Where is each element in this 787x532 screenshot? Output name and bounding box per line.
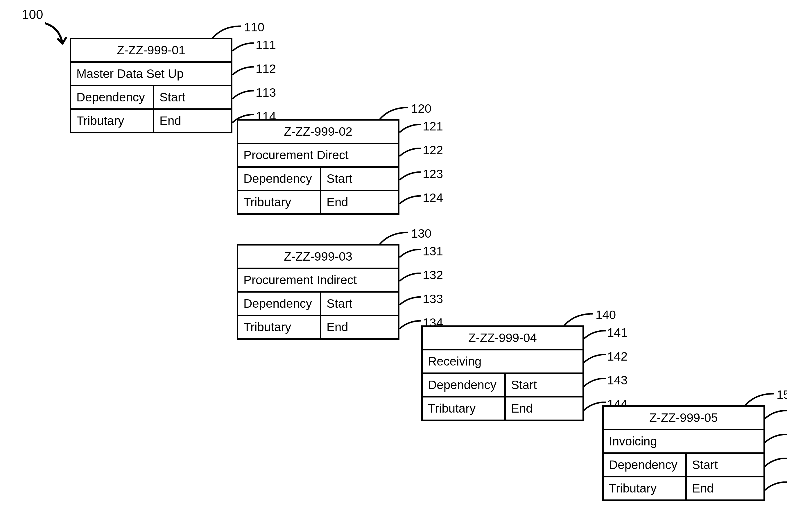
leader-154 [765,482,787,494]
leader-153 [765,457,787,470]
row-right-label: Start [154,86,231,108]
box-id: Z-ZZ-999-01 [71,39,231,61]
ref-label-133: 133 [423,292,443,306]
ref-label-141: 141 [607,326,628,340]
row-left-label: Dependency [238,293,321,315]
row-right-label: Start [321,168,398,190]
row-right-label: Start [321,293,398,315]
box-description: Master Data Set Up [71,63,231,85]
row-left-label: Tributary [238,191,321,213]
box-row: Procurement Indirect [238,268,398,291]
ref-label-130: 130 [411,227,431,240]
row-left-label: Dependency [423,374,506,396]
leader-112 [232,66,256,79]
leader-143 [584,378,607,390]
leader-152 [765,434,787,447]
box-row: Receiving [423,349,582,373]
ref-label-113: 113 [256,86,276,100]
ref-label-111: 111 [256,38,276,52]
box-row: Z-ZZ-999-02 [238,121,398,143]
ref-label-123: 123 [423,167,443,181]
box-row: TributaryEnd [238,315,398,338]
box-row: Z-ZZ-999-03 [238,246,398,268]
ref-label-121: 121 [423,120,443,133]
ref-label-140: 140 [596,308,616,322]
box-row: Master Data Set Up [71,61,231,85]
box-row: TributaryEnd [71,108,231,132]
process-box-150: Z-ZZ-999-05InvoicingDependencyStartTribu… [602,405,765,501]
box-id: Z-ZZ-999-05 [604,407,764,429]
row-right-label: Start [687,454,764,476]
row-left-label: Dependency [604,454,687,476]
ref-label-150: 150 [777,388,787,402]
box-row: TributaryEnd [604,476,764,499]
process-box-110: Z-ZZ-999-01Master Data Set UpDependencyS… [70,38,232,133]
row-right-label: Start [506,374,582,396]
leader-142 [584,354,607,367]
row-left-label: Tributary [423,398,506,420]
box-row: DependencyStart [238,166,398,190]
process-box-130: Z-ZZ-999-03Procurement IndirectDependenc… [237,244,400,340]
row-left-label: Tributary [238,316,321,338]
leader-124 [400,195,423,208]
row-right-label: End [506,398,582,420]
ref-label-132: 132 [423,268,443,282]
process-box-120: Z-ZZ-999-02Procurement DirectDependencyS… [237,119,400,215]
ref-label-120: 120 [411,102,431,115]
leader-133 [400,296,423,309]
row-right-label: End [154,110,231,132]
row-left-label: Dependency [238,168,321,190]
leader-141 [584,330,607,343]
row-left-label: Tributary [604,477,687,499]
leader-121 [400,124,423,136]
box-description: Procurement Indirect [238,269,398,291]
box-row: TributaryEnd [238,190,398,213]
leader-123 [400,171,423,184]
box-row: Invoicing [604,429,764,452]
row-right-label: End [687,477,764,499]
row-right-label: End [321,191,398,213]
leader-151 [765,410,787,423]
box-row: TributaryEnd [423,396,582,420]
ref-label-124: 124 [423,191,443,205]
diagram-canvas: 100 110111112113114Z-ZZ-999-01Master Dat… [0,0,787,532]
ref-label-131: 131 [423,244,443,258]
box-description: Receiving [423,350,582,373]
box-description: Invoicing [604,430,764,452]
row-left-label: Tributary [71,110,154,132]
box-description: Procurement Direct [238,144,398,166]
box-id: Z-ZZ-999-04 [423,327,582,349]
row-right-label: End [321,316,398,338]
box-id: Z-ZZ-999-02 [238,121,398,143]
ref-label-110: 110 [244,20,264,34]
leader-111 [232,42,256,55]
row-left-label: Dependency [71,86,154,108]
box-row: DependencyStart [71,85,231,108]
box-row: Z-ZZ-999-01 [71,39,231,61]
leader-113 [232,90,256,103]
box-id: Z-ZZ-999-03 [238,246,398,268]
ref-label-142: 142 [607,349,628,363]
box-row: Procurement Direct [238,143,398,166]
leader-122 [400,148,423,161]
box-row: Z-ZZ-999-04 [423,327,582,349]
leader-134 [400,320,423,333]
leader-132 [400,273,423,285]
box-row: DependencyStart [423,373,582,396]
box-row: DependencyStart [238,291,398,315]
arrow-100 [42,22,68,51]
ref-label-112: 112 [256,62,276,76]
ref-label-122: 122 [423,143,443,157]
box-row: DependencyStart [604,452,764,476]
ref-label-143: 143 [607,374,628,387]
ref-label-100: 100 [22,7,43,22]
leader-131 [400,249,423,261]
process-box-140: Z-ZZ-999-04ReceivingDependencyStartTribu… [421,325,584,421]
box-row: Z-ZZ-999-05 [604,407,764,429]
